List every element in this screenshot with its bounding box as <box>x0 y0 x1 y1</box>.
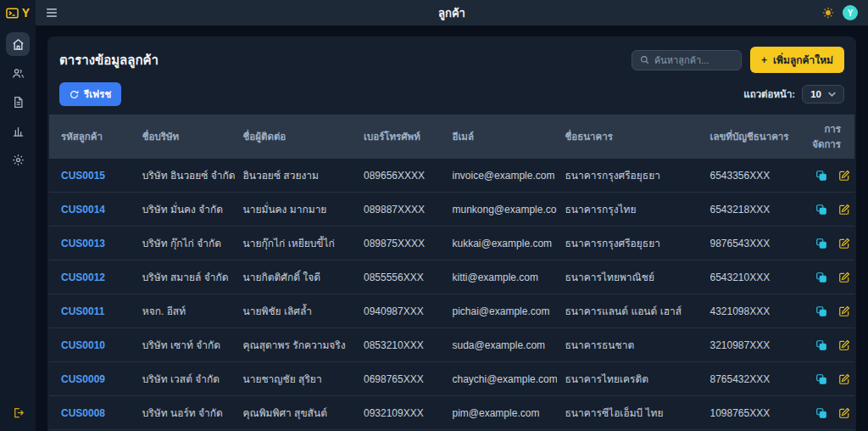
table-row: CUS0012 บริษัท สมายล์ จำกัด นายกิตติศักด… <box>49 260 854 294</box>
edit-icon[interactable] <box>838 339 850 351</box>
rows-per-page-value: 10 <box>810 89 821 99</box>
bank-cell: ธนาคารแลนด์ แอนด์ เฮาส์ <box>557 294 702 328</box>
edit-icon[interactable] <box>838 238 850 249</box>
company-cell: บริษัท นอร์ท จำกัด <box>134 396 235 430</box>
search-box[interactable] <box>632 50 742 70</box>
col-header-company: ชื่อบริษัท <box>134 115 235 159</box>
account-cell: 6543356XXX <box>702 159 798 193</box>
customer-code-link[interactable]: CUS0008 <box>61 407 105 419</box>
col-header-phone: เบอร์โทรศัพท์ <box>355 115 444 159</box>
phone-cell: 0853210XXX <box>355 328 444 362</box>
bank-cell: ธนาคารกรุงไทย <box>557 193 702 227</box>
table-row: CUS0009 บริษัท เวสต์ จำกัด นายชาญชัย สุร… <box>49 362 854 396</box>
email-cell: pim@example.com <box>444 396 557 430</box>
edit-icon[interactable] <box>838 204 850 216</box>
topbar: ลูกค้า Y <box>36 0 868 25</box>
customer-code-link[interactable]: CUS0013 <box>61 238 105 249</box>
edit-icon[interactable] <box>838 271 850 283</box>
sidebar: Y <box>0 0 36 431</box>
email-cell: suda@example.com <box>444 328 557 362</box>
document-icon <box>12 96 25 109</box>
customer-table-card: ตารางข้อมูลลูกค้า + เพิ่มลูกค้าใหม่ <box>47 36 856 431</box>
email-cell: invoice@example.com <box>444 159 557 193</box>
email-cell: munkong@example.com <box>444 193 557 227</box>
customer-code-link[interactable]: CUS0010 <box>61 339 105 351</box>
edit-icon[interactable] <box>838 407 850 419</box>
contact-cell: คุณสุดาพร รักความจริง <box>235 328 356 362</box>
sidebar-item-documents[interactable] <box>6 90 30 114</box>
copy-icon[interactable] <box>815 305 827 317</box>
phone-cell: 0940987XXX <box>355 294 444 328</box>
copy-icon[interactable] <box>815 204 827 216</box>
gear-icon <box>12 154 25 166</box>
search-input[interactable] <box>654 55 733 65</box>
phone-cell: 089875XXXX <box>355 227 444 260</box>
plus-icon: + <box>761 54 767 66</box>
account-cell: 9876543XXX <box>702 227 798 260</box>
table-body: CUS0015 บริษัท อินวอยซ์ จำกัด อินวอยซ์ ส… <box>49 159 854 431</box>
company-cell: บริษัท มั่นคง จำกัด <box>134 193 235 227</box>
table-row: CUS0010 บริษัท เซาท์ จำกัด คุณสุดาพร รัก… <box>49 328 854 362</box>
account-cell: 4321098XXX <box>702 294 798 328</box>
sidebar-item-home[interactable] <box>6 32 30 56</box>
table-heading: ตารางข้อมูลลูกค้า <box>59 50 159 70</box>
account-cell: 8765432XXX <box>702 362 798 396</box>
sidebar-item-reports[interactable] <box>6 119 30 143</box>
rows-per-page-select[interactable]: 10 <box>802 85 844 104</box>
sidebar-item-settings[interactable] <box>6 148 30 171</box>
table-header-row: รหัสลูกค้า ชื่อบริษัท ชื่อผู้ติดต่อ เบอร… <box>49 115 854 159</box>
add-customer-button[interactable]: + เพิ่มลูกค้าใหม่ <box>750 47 844 73</box>
sidebar-item-customers[interactable] <box>6 61 30 85</box>
menu-icon[interactable] <box>46 8 58 18</box>
account-cell: 3210987XXX <box>702 328 798 362</box>
account-cell: 1098765XXX <box>702 396 798 430</box>
phone-cell: 0698765XXX <box>355 362 444 396</box>
col-header-contact: ชื่อผู้ติดต่อ <box>235 115 356 159</box>
customer-code-link[interactable]: CUS0012 <box>61 271 105 283</box>
phone-cell: 089656XXXX <box>355 159 444 193</box>
customer-table: รหัสลูกค้า ชื่อบริษัท ชื่อผู้ติดต่อ เบอร… <box>49 115 854 431</box>
copy-icon[interactable] <box>815 407 827 419</box>
email-cell: kukkai@example.com <box>444 227 557 260</box>
copy-icon[interactable] <box>815 373 827 385</box>
table-row: CUS0013 บริษัท กุ๊กไก่ จำกัด นายกุ๊กไก่ … <box>49 227 854 260</box>
avatar[interactable]: Y <box>843 5 858 20</box>
home-icon <box>12 38 25 51</box>
logout-button[interactable] <box>12 406 25 419</box>
company-cell: บริษัท เวสต์ จำกัด <box>134 362 235 396</box>
table-row: CUS0015 บริษัท อินวอยซ์ จำกัด อินวอยซ์ ส… <box>49 159 854 193</box>
copy-icon[interactable] <box>815 271 827 283</box>
customer-code-link[interactable]: CUS0014 <box>61 204 105 216</box>
content-area: ตารางข้อมูลลูกค้า + เพิ่มลูกค้าใหม่ <box>36 25 868 431</box>
col-header-email: อีเมล์ <box>444 115 557 159</box>
edit-icon[interactable] <box>838 305 850 317</box>
terminal-icon <box>6 8 19 19</box>
bank-cell: ธนาคารซีไอเอ็มบี ไทย <box>557 396 702 430</box>
table-row: CUS0011 หจก. อีสท์ นายพิชัย เลิศล้ำ 0940… <box>49 294 854 328</box>
contact-cell: นายกิตติศักดิ์ ใจดี <box>235 260 356 294</box>
users-icon <box>12 67 25 80</box>
company-cell: บริษัท อินวอยซ์ จำกัด <box>134 159 235 193</box>
contact-cell: นายมั่นคง มากมาย <box>235 193 356 227</box>
customer-code-link[interactable]: CUS0015 <box>61 170 105 182</box>
phone-cell: 0932109XXX <box>355 396 444 430</box>
col-header-code: รหัสลูกค้า <box>49 115 134 159</box>
customer-code-link[interactable]: CUS0011 <box>61 305 104 317</box>
copy-icon[interactable] <box>815 170 827 182</box>
logout-icon <box>12 406 25 419</box>
edit-icon[interactable] <box>838 373 850 385</box>
company-cell: หจก. อีสท์ <box>134 294 235 328</box>
phone-cell: 0855556XXX <box>355 260 444 294</box>
copy-icon[interactable] <box>815 339 827 351</box>
email-cell: pichai@example.com <box>444 294 557 328</box>
app-logo: Y <box>6 0 30 25</box>
copy-icon[interactable] <box>815 238 827 249</box>
refresh-label: รีเฟรช <box>84 87 111 102</box>
refresh-button[interactable]: รีเฟรช <box>59 82 121 106</box>
contact-cell: นายกุ๊กไก่ เหยียบขี้ไก่ <box>235 227 356 260</box>
theme-toggle-sun-icon[interactable] <box>822 7 834 19</box>
edit-icon[interactable] <box>838 170 850 182</box>
search-icon <box>640 55 649 64</box>
customer-code-link[interactable]: CUS0009 <box>61 373 105 385</box>
sidebar-nav <box>6 25 30 406</box>
